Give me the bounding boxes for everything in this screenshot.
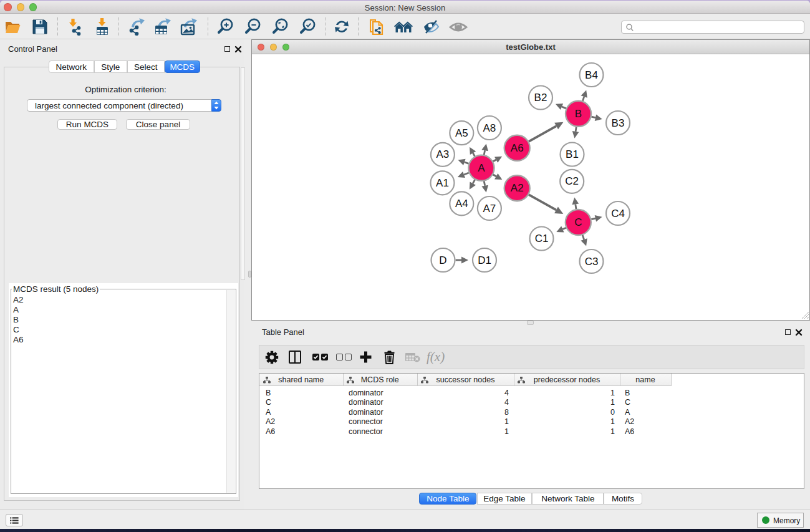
svg-text:B4: B4 bbox=[585, 69, 598, 81]
svg-text:A7: A7 bbox=[483, 203, 496, 215]
svg-text:A3: A3 bbox=[436, 148, 450, 160]
svg-text:B1: B1 bbox=[566, 148, 579, 160]
svg-text:B: B bbox=[575, 108, 582, 120]
svg-text:B3: B3 bbox=[612, 117, 625, 129]
svg-text:A8: A8 bbox=[483, 122, 496, 134]
svg-text:C1: C1 bbox=[535, 233, 549, 244]
svg-text:A6: A6 bbox=[511, 142, 524, 154]
svg-text:A1: A1 bbox=[436, 177, 449, 189]
svg-text:C: C bbox=[574, 216, 582, 228]
svg-text:B2: B2 bbox=[534, 92, 547, 104]
svg-text:C3: C3 bbox=[585, 256, 599, 268]
svg-text:A4: A4 bbox=[455, 198, 468, 210]
svg-text:A2: A2 bbox=[511, 182, 524, 194]
svg-text:C4: C4 bbox=[611, 208, 625, 220]
svg-text:A5: A5 bbox=[455, 127, 468, 139]
svg-text:D: D bbox=[439, 254, 446, 266]
svg-text:C2: C2 bbox=[565, 175, 579, 187]
svg-text:A: A bbox=[478, 162, 485, 174]
svg-text:D1: D1 bbox=[478, 254, 491, 266]
